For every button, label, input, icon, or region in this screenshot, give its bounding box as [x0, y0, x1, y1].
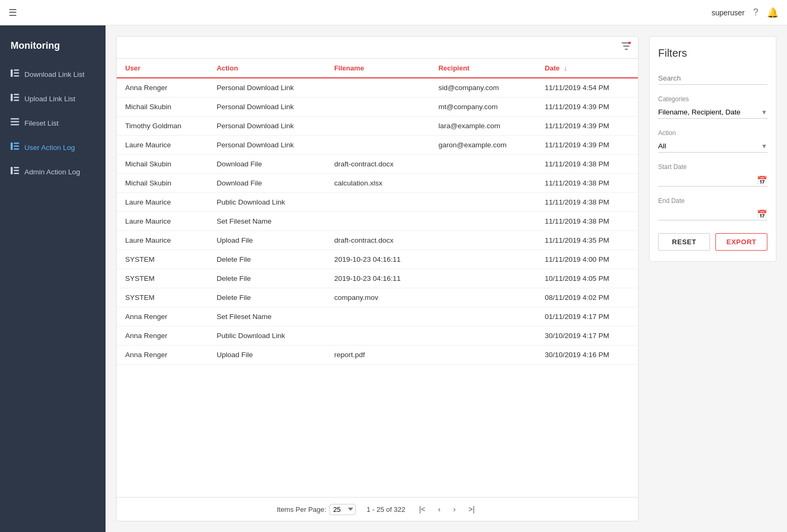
table-row: Laure MauriceSet Fileset Name11/11/2019 …: [117, 212, 638, 231]
sidebar-item-download-link-list[interactable]: Download Link List: [0, 62, 106, 86]
cell-filename: [326, 136, 430, 155]
sidebar-item-fileset-list[interactable]: Fileset List: [0, 111, 106, 135]
cell-action: Personal Download Link: [208, 117, 326, 136]
table-body: Anna RengerPersonal Download Linksid@com…: [117, 78, 638, 365]
menu-hamburger-icon[interactable]: ☰: [8, 7, 17, 19]
main-layout: Monitoring Download Link List: [0, 25, 787, 532]
cell-recipient: [430, 231, 536, 250]
cell-date: 30/10/2019 4:16 PM: [536, 345, 638, 365]
export-button[interactable]: EXPORT: [715, 233, 767, 251]
col-date[interactable]: Date ↓: [536, 59, 638, 78]
notification-icon[interactable]: 🔔: [767, 7, 779, 19]
cell-date: 11/11/2019 4:38 PM: [536, 155, 638, 174]
svg-rect-6: [14, 97, 19, 99]
cell-recipient: [430, 212, 536, 231]
cell-date: 11/11/2019 4:38 PM: [536, 212, 638, 231]
per-page-select[interactable]: 25 10 50 100: [329, 504, 356, 515]
start-date-wrap: 📅: [658, 174, 767, 187]
sidebar-item-label: Admin Action Log: [24, 168, 80, 176]
categories-select[interactable]: Filename, Recipient, Date Filename Recip…: [658, 106, 767, 119]
search-input[interactable]: [658, 72, 767, 85]
cell-date: 11/11/2019 4:35 PM: [536, 231, 638, 250]
first-page-button[interactable]: |<: [416, 503, 429, 516]
svg-rect-15: [11, 167, 13, 174]
cell-action: Set Fileset Name: [208, 307, 326, 326]
table-scroll[interactable]: User Action Filename Recipient Date ↓ An…: [117, 59, 638, 497]
start-date-filter-group: Start Date 📅: [658, 163, 767, 187]
filter-icon[interactable]: [621, 41, 632, 54]
filters-title: Filters: [658, 47, 767, 59]
fileset-list-icon: [11, 118, 19, 128]
prev-page-button[interactable]: ‹: [435, 503, 444, 516]
cell-filename: calculation.xlsx: [326, 174, 430, 193]
sidebar-title: Monitoring: [0, 34, 106, 62]
user-action-log-icon: [11, 143, 19, 152]
sidebar-item-label: Fileset List: [24, 119, 59, 127]
cell-recipient: [430, 307, 536, 326]
cell-filename: 2019-10-23 04:16:11: [326, 269, 430, 288]
sidebar-item-upload-link-list[interactable]: Upload Link List: [0, 86, 106, 111]
next-page-button[interactable]: ›: [450, 503, 459, 516]
start-date-input[interactable]: [658, 174, 767, 187]
start-date-label: Start Date: [658, 163, 767, 171]
table-row: SYSTEMDelete Filecompany.mov08/11/2019 4…: [117, 288, 638, 307]
sidebar-item-label: User Action Log: [24, 144, 75, 152]
cell-action: Upload File: [208, 345, 326, 365]
svg-rect-9: [11, 121, 19, 123]
svg-rect-14: [14, 148, 19, 150]
cell-date: 11/11/2019 4:39 PM: [536, 97, 638, 117]
admin-action-log-icon: [11, 167, 19, 176]
svg-rect-12: [14, 143, 19, 144]
end-date-input[interactable]: [658, 208, 767, 220]
col-action[interactable]: Action: [208, 59, 326, 78]
action-select-wrap: All Personal Download Link Download File…: [658, 140, 767, 153]
end-date-label: End Date: [658, 197, 767, 205]
sidebar: Monitoring Download Link List: [0, 25, 106, 532]
cell-recipient: [430, 326, 536, 345]
table-row: Laure MauricePersonal Download Linkgaron…: [117, 136, 638, 155]
cell-filename: [326, 212, 430, 231]
col-user[interactable]: User: [117, 59, 208, 78]
svg-rect-17: [14, 170, 19, 172]
table-panel: User Action Filename Recipient Date ↓ An…: [116, 36, 639, 521]
sidebar-item-label: Upload Link List: [24, 95, 75, 103]
table-row: Laure MauricePublic Download Link11/11/2…: [117, 193, 638, 212]
cell-user: Michail Skubin: [117, 97, 208, 117]
cell-action: Personal Download Link: [208, 136, 326, 155]
reset-button[interactable]: RESET: [658, 233, 710, 251]
table-header: User Action Filename Recipient Date ↓: [117, 59, 638, 78]
action-select[interactable]: All Personal Download Link Download File…: [658, 140, 767, 153]
cell-user: Michail Skubin: [117, 174, 208, 193]
cell-user: SYSTEM: [117, 288, 208, 307]
cell-recipient: sid@company.com: [430, 78, 536, 97]
cell-filename: [326, 117, 430, 136]
col-recipient[interactable]: Recipient: [430, 59, 536, 78]
cell-filename: draft-contract.docx: [326, 231, 430, 250]
sort-desc-icon: ↓: [564, 64, 567, 72]
filters-panel: Filters Categories Filename, Recipient, …: [649, 36, 776, 262]
table-row: Anna RengerPublic Download Link30/10/201…: [117, 326, 638, 345]
cell-action: Download File: [208, 155, 326, 174]
cell-action: Public Download Link: [208, 326, 326, 345]
categories-select-wrap: Filename, Recipient, Date Filename Recip…: [658, 106, 767, 119]
cell-date: 08/11/2019 4:02 PM: [536, 288, 638, 307]
table-row: SYSTEMDelete File2019-10-23 04:16:1110/1…: [117, 269, 638, 288]
sidebar-item-user-action-log[interactable]: User Action Log: [0, 135, 106, 159]
last-page-button[interactable]: >|: [465, 503, 478, 516]
cell-recipient: [430, 193, 536, 212]
items-per-page-label: Items Per Page:: [277, 506, 326, 513]
page-info: 1 - 25 of 322: [366, 506, 405, 513]
cell-action: Upload File: [208, 231, 326, 250]
help-icon[interactable]: ?: [753, 7, 758, 18]
cell-user: Laure Maurice: [117, 212, 208, 231]
cell-filename: [326, 193, 430, 212]
svg-rect-1: [14, 69, 19, 71]
action-label: Action: [658, 129, 767, 137]
table-row: Laure MauriceUpload Filedraft-contract.d…: [117, 231, 638, 250]
svg-rect-11: [11, 143, 13, 150]
content-area: User Action Filename Recipient Date ↓ An…: [106, 25, 787, 532]
col-filename[interactable]: Filename: [326, 59, 430, 78]
sidebar-item-admin-action-log[interactable]: Admin Action Log: [0, 159, 106, 184]
svg-rect-4: [11, 94, 13, 101]
cell-user: Anna Renger: [117, 307, 208, 326]
